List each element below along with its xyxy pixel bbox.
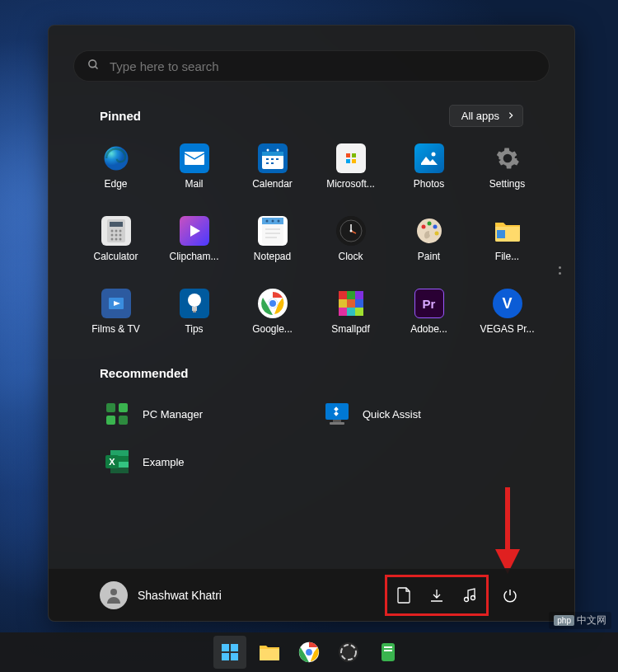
pinned-app-notepad[interactable]: Notepad <box>233 211 311 277</box>
svg-point-28 <box>271 220 274 223</box>
pinned-apps-grid: Edge Mail Calendar Microsoft... Photos S… <box>49 127 574 350</box>
folder-icon <box>259 643 280 661</box>
pinned-app-adobe-premiere[interactable]: Pr Adobe... <box>390 284 468 350</box>
taskbar-explorer[interactable] <box>253 636 286 669</box>
vegas-icon: V <box>493 289 522 318</box>
more-pages-indicator[interactable] <box>554 261 566 280</box>
svg-rect-62 <box>119 416 128 425</box>
photos-icon <box>414 143 444 173</box>
all-apps-button[interactable]: All apps <box>449 105 523 127</box>
svg-rect-50 <box>339 291 347 299</box>
recommended-grid: PC Manager Quick Assist X Example <box>100 395 523 481</box>
annotation-arrow <box>491 487 524 578</box>
pinned-app-mail[interactable]: Mail <box>155 139 233 204</box>
obs-icon <box>338 641 359 663</box>
search-box[interactable] <box>73 50 550 82</box>
pinned-app-smallpdf[interactable]: Smallpdf <box>311 284 390 350</box>
start-menu-footer: Shashwat Khatri <box>49 568 574 621</box>
svg-rect-70 <box>110 468 129 473</box>
music-shortcut[interactable] <box>453 579 486 612</box>
recommended-pc-manager[interactable]: PC Manager <box>100 395 303 433</box>
svg-point-22 <box>110 238 113 241</box>
pinned-app-films-tv[interactable]: Films & TV <box>77 284 155 350</box>
chrome-icon <box>298 641 320 663</box>
recommended-example[interactable]: X Example <box>100 443 303 481</box>
notepad-icon <box>258 216 288 246</box>
pinned-header: Pinned All apps <box>49 82 574 127</box>
power-button[interactable] <box>494 579 527 612</box>
edge-icon <box>101 143 131 173</box>
svg-point-18 <box>119 230 121 233</box>
svg-point-19 <box>110 234 113 237</box>
taskbar-chrome[interactable] <box>293 636 325 669</box>
svg-rect-67 <box>110 450 129 456</box>
power-icon <box>503 588 517 603</box>
pinned-app-calendar[interactable]: Calendar <box>233 139 311 204</box>
svg-rect-15 <box>110 222 123 227</box>
svg-rect-55 <box>355 299 363 308</box>
settings-icon <box>493 143 522 173</box>
all-apps-label: All apps <box>461 110 499 122</box>
smallpdf-icon <box>336 289 366 318</box>
calculator-icon <box>101 216 131 246</box>
films-icon <box>101 289 131 318</box>
pinned-app-file-explorer[interactable]: File... <box>468 211 546 277</box>
svg-rect-61 <box>106 416 115 425</box>
svg-rect-45 <box>192 307 197 311</box>
svg-point-7 <box>276 149 279 152</box>
svg-point-38 <box>421 225 425 229</box>
svg-rect-64 <box>333 420 341 422</box>
pinned-app-vegas-pro[interactable]: V VEGAS Pr... <box>468 284 546 350</box>
svg-point-39 <box>427 222 431 226</box>
documents-shortcut[interactable] <box>387 579 420 612</box>
svg-rect-63 <box>325 403 349 420</box>
pinned-app-photos[interactable]: Photos <box>390 139 468 204</box>
user-account-button[interactable]: Shashwat Khatri <box>100 581 222 609</box>
annotation-highlight-box <box>385 575 489 616</box>
pcmanager-icon <box>103 400 131 428</box>
calendar-icon <box>258 143 288 173</box>
store-icon <box>336 143 366 173</box>
pinned-app-google-chrome[interactable]: Google... <box>233 284 311 350</box>
svg-point-21 <box>119 234 121 237</box>
svg-rect-56 <box>339 308 347 316</box>
taskbar-app[interactable] <box>372 636 405 669</box>
svg-point-0 <box>89 59 96 67</box>
pinned-app-tips[interactable]: Tips <box>155 284 233 350</box>
downloads-shortcut[interactable] <box>420 579 453 612</box>
svg-point-24 <box>119 238 121 241</box>
windows-icon <box>220 642 240 662</box>
pinned-app-edge[interactable]: Edge <box>77 139 155 204</box>
svg-point-23 <box>115 238 117 241</box>
pinned-app-calculator[interactable]: Calculator <box>77 211 155 277</box>
svg-rect-81 <box>231 653 238 660</box>
svg-rect-65 <box>330 422 344 425</box>
svg-rect-86 <box>382 643 395 661</box>
svg-point-36 <box>349 230 352 233</box>
svg-point-16 <box>110 230 113 233</box>
svg-rect-79 <box>231 644 238 651</box>
svg-point-75 <box>110 589 117 595</box>
svg-rect-57 <box>347 308 355 316</box>
paint-icon <box>414 216 444 246</box>
recommended-quick-assist[interactable]: Quick Assist <box>320 395 523 433</box>
svg-point-29 <box>277 220 279 223</box>
svg-rect-11 <box>266 162 269 164</box>
svg-rect-53 <box>339 299 347 308</box>
pinned-app-clock[interactable]: Clock <box>311 211 390 277</box>
svg-rect-46 <box>193 311 196 313</box>
taskbar-obs[interactable] <box>332 636 365 669</box>
svg-rect-12 <box>271 162 274 164</box>
svg-rect-58 <box>355 308 363 316</box>
taskbar <box>0 632 618 672</box>
svg-point-6 <box>266 149 269 152</box>
pinned-app-microsoft-store[interactable]: Microsoft... <box>311 139 390 204</box>
pinned-app-settings[interactable]: Settings <box>468 139 546 204</box>
svg-rect-8 <box>266 158 269 160</box>
svg-rect-87 <box>384 646 392 648</box>
svg-rect-59 <box>106 403 115 412</box>
search-input[interactable] <box>110 59 536 73</box>
pinned-app-paint[interactable]: Paint <box>390 211 468 277</box>
pinned-app-clipchamp[interactable]: Clipcham... <box>155 211 233 277</box>
taskbar-start-button[interactable] <box>213 636 246 669</box>
